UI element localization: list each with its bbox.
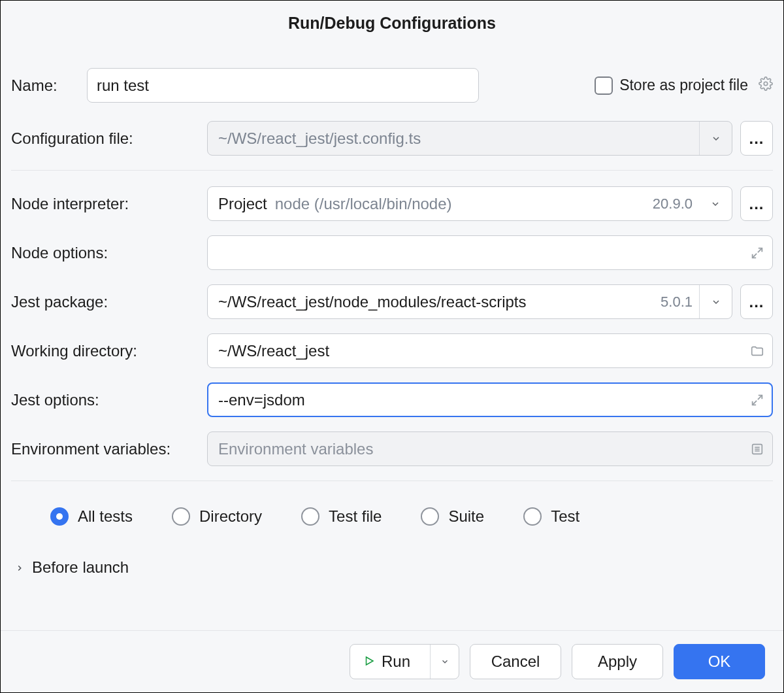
jest-package-browse-button[interactable]: ... — [740, 284, 773, 319]
config-file-label: Configuration file: — [11, 129, 207, 148]
chevron-down-icon[interactable] — [699, 187, 732, 220]
env-vars-label: Environment variables: — [11, 440, 207, 458]
radio-icon — [172, 507, 190, 526]
scope-test[interactable]: Test — [523, 507, 580, 526]
scope-directory[interactable]: Directory — [172, 507, 262, 526]
before-launch-label: Before launch — [32, 558, 129, 577]
scope-label: Directory — [199, 507, 262, 526]
jest-options-input[interactable]: --env=jsdom — [207, 382, 773, 417]
run-button-label: Run — [382, 652, 410, 671]
node-options-row: Node options: — [11, 235, 773, 270]
node-interpreter-combo[interactable]: Project node (/usr/local/bin/node) 20.9.… — [207, 186, 732, 221]
name-value: run test — [97, 76, 149, 95]
jest-package-label: Jest package: — [11, 293, 207, 311]
jest-package-row: Jest package: ~/WS/react_jest/node_modul… — [11, 284, 773, 319]
ok-button[interactable]: OK — [674, 644, 765, 679]
scope-label: Test — [551, 507, 580, 526]
jest-package-version: 5.0.1 — [661, 294, 699, 311]
working-dir-value: ~/WS/react_jest — [218, 342, 750, 360]
gear-icon[interactable] — [759, 76, 773, 95]
cancel-button[interactable]: Cancel — [470, 644, 561, 679]
list-icon[interactable] — [750, 442, 764, 456]
play-icon — [363, 652, 375, 671]
dialog-title: Run/Debug Configurations — [1, 1, 783, 39]
store-checkbox[interactable] — [595, 76, 613, 95]
scope-suite[interactable]: Suite — [421, 507, 484, 526]
apply-label: Apply — [598, 652, 637, 671]
jest-options-row: Jest options: --env=jsdom — [11, 382, 773, 417]
node-options-input[interactable] — [207, 235, 773, 270]
node-interpreter-prefix: Project — [218, 195, 267, 213]
node-options-label: Node options: — [11, 244, 207, 262]
scope-label: Test file — [329, 507, 382, 526]
cancel-label: Cancel — [491, 652, 540, 671]
working-dir-row: Working directory: ~/WS/react_jest — [11, 333, 773, 368]
scope-test-file[interactable]: Test file — [301, 507, 382, 526]
ok-label: OK — [708, 652, 731, 671]
expand-icon[interactable] — [750, 393, 764, 407]
run-button-main[interactable]: Run — [350, 645, 423, 679]
chevron-down-icon[interactable] — [699, 285, 732, 318]
working-dir-input[interactable]: ~/WS/react_jest — [207, 333, 773, 368]
store-as-project-file: Store as project file — [595, 76, 773, 95]
scope-label: All tests — [78, 507, 133, 526]
node-interpreter-label: Node interpreter: — [11, 195, 207, 213]
scope-label: Suite — [448, 507, 484, 526]
config-file-browse-button[interactable]: ... — [740, 121, 773, 156]
radio-icon — [421, 507, 439, 526]
jest-package-value: ~/WS/react_jest/node_modules/react-scrip… — [218, 293, 527, 311]
env-vars-input[interactable]: Environment variables — [207, 431, 773, 466]
config-file-row: Configuration file: ~/WS/react_jest/jest… — [11, 121, 773, 156]
svg-point-0 — [764, 82, 768, 86]
jest-package-combo[interactable]: ~/WS/react_jest/node_modules/react-scrip… — [207, 284, 732, 319]
divider — [11, 481, 773, 481]
name-row: Name: run test Store as project file — [11, 68, 773, 103]
run-button-dropdown[interactable] — [430, 645, 459, 679]
radio-icon — [50, 507, 69, 526]
node-interpreter-version: 20.9.0 — [653, 195, 699, 212]
config-file-combo[interactable]: ~/WS/react_jest/jest.config.ts — [207, 121, 732, 156]
name-input[interactable]: run test — [87, 68, 479, 103]
working-dir-label: Working directory: — [11, 342, 207, 360]
apply-button[interactable]: Apply — [572, 644, 663, 679]
before-launch-section[interactable]: Before launch — [11, 558, 773, 577]
env-vars-row: Environment variables: Environment varia… — [11, 431, 773, 466]
node-interpreter-path: node (/usr/local/bin/node) — [275, 195, 452, 213]
folder-icon[interactable] — [750, 344, 764, 358]
node-interpreter-row: Node interpreter: Project node (/usr/loc… — [11, 186, 773, 221]
radio-icon — [523, 507, 542, 526]
run-button[interactable]: Run — [350, 644, 459, 679]
env-vars-placeholder: Environment variables — [218, 440, 750, 458]
dialog-footer: Run Cancel Apply OK — [1, 630, 783, 692]
node-interpreter-browse-button[interactable]: ... — [740, 186, 773, 221]
store-label: Store as project file — [619, 76, 748, 94]
radio-icon — [301, 507, 319, 526]
run-debug-config-dialog: Run/Debug Configurations Name: run test … — [0, 0, 784, 693]
config-file-value: ~/WS/react_jest/jest.config.ts — [218, 129, 421, 148]
svg-marker-5 — [366, 657, 373, 665]
name-label: Name: — [11, 76, 87, 95]
form-area: Name: run test Store as project file Con… — [1, 39, 783, 577]
chevron-right-icon — [15, 558, 24, 577]
jest-options-label: Jest options: — [11, 391, 207, 409]
scope-all-tests[interactable]: All tests — [50, 507, 133, 526]
test-scope-row: All tests Directory Test file Suite Test — [11, 497, 773, 526]
expand-icon[interactable] — [750, 246, 764, 260]
chevron-down-icon[interactable] — [699, 122, 732, 155]
divider — [11, 170, 773, 171]
jest-options-value: --env=jsdom — [218, 391, 750, 409]
